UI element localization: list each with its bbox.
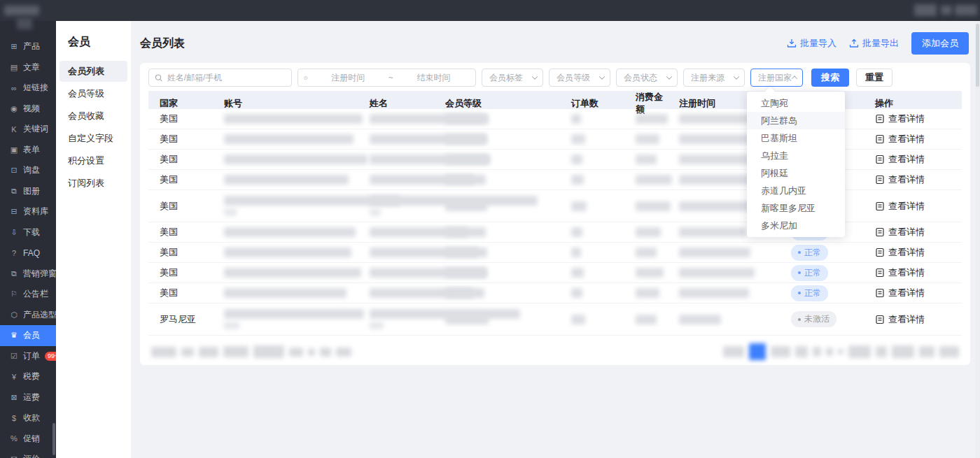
view-detail-label: 查看详情 (888, 173, 925, 186)
status-cell: 未激活 (780, 311, 864, 327)
action-cell: 查看详情 (864, 173, 962, 186)
pagination-pages (723, 343, 959, 360)
table-row: 美国正常查看详情 (148, 263, 962, 283)
status-badge: 正常 (791, 245, 828, 261)
active-page-button[interactable] (749, 343, 766, 360)
view-detail-link[interactable]: 查看详情 (875, 113, 925, 125)
country-option-阿兰群岛[interactable]: 阿兰群岛 (747, 112, 845, 129)
view-detail-link[interactable]: 查看详情 (875, 313, 925, 326)
promotion-icon: % (9, 434, 19, 443)
scrollbar-thumb[interactable] (976, 24, 979, 87)
page-button[interactable] (838, 349, 844, 355)
sidebar-item-文章[interactable]: ▤文章 (0, 57, 56, 78)
view-detail-link[interactable]: 查看详情 (875, 226, 925, 238)
filter-select-会员等级[interactable]: 会员等级 (549, 69, 610, 87)
filter-select-注册来源[interactable]: 注册来源 (683, 69, 745, 87)
sidebar-item-评价[interactable]: ✉评价 (0, 449, 56, 458)
document-icon (875, 134, 885, 144)
page-button[interactable] (826, 348, 833, 356)
country-option-新喀里多尼亚[interactable]: 新喀里多尼亚 (747, 199, 845, 217)
submenu-item-会员等级[interactable]: 会员等级 (59, 83, 127, 104)
sidebar-item-促销[interactable]: %促销 (0, 429, 56, 450)
action-cell: 查看详情 (864, 113, 962, 125)
page-button[interactable] (723, 346, 744, 357)
redacted-cell (358, 175, 434, 185)
country-option-立陶宛[interactable]: 立陶宛 (747, 94, 845, 112)
page-button[interactable] (813, 347, 821, 357)
page-button[interactable] (848, 345, 871, 358)
sidebar-item-营销弹窗[interactable]: ⧉营销弹窗 (0, 264, 56, 285)
view-detail-link[interactable]: 查看详情 (875, 266, 925, 279)
view-detail-link[interactable]: 查看详情 (875, 173, 925, 186)
register-date-range-field[interactable]: ~ (298, 69, 476, 87)
redacted-cell (358, 309, 434, 329)
sidebar-item-运费[interactable]: ⊠运费 (0, 387, 56, 408)
view-detail-link[interactable]: 查看详情 (875, 246, 925, 259)
sidebar-item-收款[interactable]: $收款 (0, 408, 56, 429)
batch-import-button[interactable]: 批量导入 (787, 37, 836, 50)
page-button[interactable] (939, 346, 959, 357)
sidebar-item-图册[interactable]: ⧉图册 (0, 181, 56, 202)
redacted-cell (213, 175, 358, 185)
sidebar-item-公告栏[interactable]: ⚐公告栏 (0, 284, 56, 305)
document-icon (875, 155, 885, 164)
sidebar-item-视频[interactable]: ◉视频 (0, 99, 56, 120)
submenu-item-积分设置[interactable]: 积分设置 (59, 150, 127, 171)
sidebar-item-表单[interactable]: ▣表单 (0, 140, 56, 161)
country-option-阿根廷[interactable]: 阿根廷 (747, 164, 845, 182)
view-detail-link[interactable]: 查看详情 (875, 133, 925, 145)
date-start-input[interactable] (312, 73, 384, 83)
window-scrollbar[interactable] (975, 21, 980, 458)
search-button[interactable]: 搜索 (811, 69, 849, 87)
submenu-item-会员列表[interactable]: 会员列表 (59, 61, 127, 82)
page-button[interactable] (771, 346, 790, 357)
member-icon: ♛ (9, 331, 19, 340)
search-input[interactable] (167, 73, 286, 83)
sidebar-item-资料库[interactable]: ⊟资料库 (0, 201, 56, 222)
redacted-cell (560, 175, 624, 185)
view-detail-link[interactable]: 查看详情 (875, 200, 925, 213)
sidebar-scrollbar[interactable] (52, 423, 55, 455)
sidebar-item-label: 下载 (23, 227, 40, 238)
sidebar-item-询盘[interactable]: ⊡询盘 (0, 160, 56, 181)
filter-select-会员状态[interactable]: 会员状态 (616, 69, 678, 87)
sidebar-item-会员[interactable]: ♛会员 (0, 325, 56, 346)
page-button[interactable] (892, 345, 914, 358)
sidebar-item-产品[interactable]: ⊞产品 (0, 36, 56, 57)
sidebar-item-产品选型[interactable]: ⬡产品选型 (0, 305, 56, 326)
submenu-item-会员收藏[interactable]: 会员收藏 (59, 106, 127, 127)
sidebar-item-FAQ[interactable]: ?FAQ (0, 243, 56, 264)
keyword-search-field[interactable] (148, 69, 292, 87)
country-option-巴基斯坦[interactable]: 巴基斯坦 (747, 129, 845, 147)
view-detail-link[interactable]: 查看详情 (875, 287, 925, 299)
redacted-cell (560, 134, 624, 144)
sidebar-item-label: 资料库 (23, 206, 48, 217)
tax-icon: ¥ (9, 373, 19, 381)
sidebar-item-订单[interactable]: ☑订单99+ (0, 346, 56, 367)
view-detail-link[interactable]: 查看详情 (875, 153, 925, 166)
sidebar-item-关键词[interactable]: K关键词 (0, 119, 56, 140)
sidebar-item-下载[interactable]: ⇩下载 (0, 222, 56, 243)
status-label: 正常 (804, 287, 821, 299)
add-member-button[interactable]: 添加会员 (911, 32, 969, 55)
country-option-多米尼加[interactable]: 多米尼加 (747, 217, 845, 234)
sidebar-item-税费[interactable]: ¥税费 (0, 366, 56, 387)
reset-button[interactable]: 重置 (856, 69, 892, 87)
date-end-input[interactable] (398, 73, 470, 83)
submenu-item-自定义字段[interactable]: 自定义字段 (59, 128, 127, 149)
filter-select-register-country[interactable]: 注册国家 (750, 69, 803, 87)
redacted-cell (213, 196, 358, 216)
page-button[interactable] (876, 346, 887, 357)
redacted-user-widget (955, 5, 977, 15)
page-button[interactable] (795, 346, 808, 357)
page-button[interactable] (919, 346, 934, 357)
redacted-cell (213, 227, 358, 237)
submenu-item-订阅列表[interactable]: 订阅列表 (59, 173, 127, 194)
country-option-赤道几内亚[interactable]: 赤道几内亚 (747, 182, 845, 199)
redacted-cell (624, 201, 668, 211)
sidebar-item-短链接[interactable]: ∞短链接 (0, 78, 56, 99)
country-option-乌拉圭[interactable]: 乌拉圭 (747, 147, 845, 164)
batch-export-button[interactable]: 批量导出 (849, 37, 899, 50)
filter-select-会员标签[interactable]: 会员标签 (482, 69, 543, 87)
status-dot-icon (798, 251, 801, 254)
